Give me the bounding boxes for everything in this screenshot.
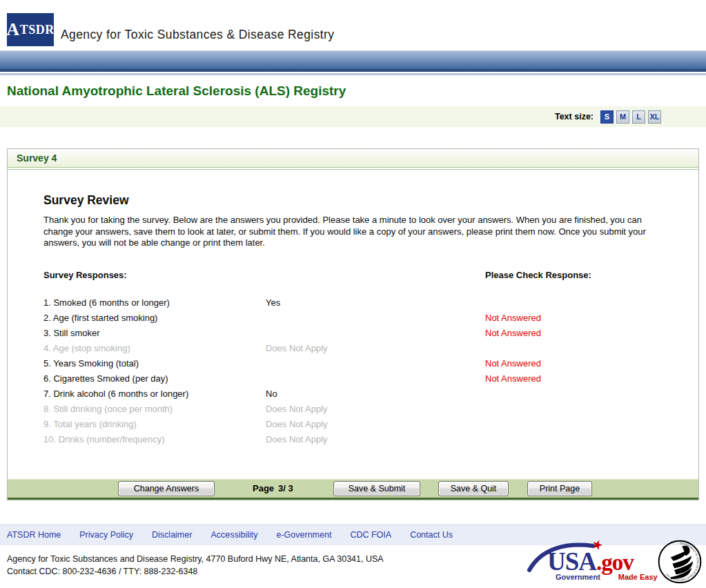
page-label: Page (253, 483, 274, 493)
response-row: 3. Still smokerNot Answered (43, 326, 667, 341)
textsize-label: Text size: (555, 112, 594, 121)
textsize-s-button[interactable]: S (600, 110, 614, 124)
response-row: 1. Smoked (6 months or longer)Yes (43, 295, 667, 311)
blue-band (0, 50, 706, 72)
survey-box: Survey 4 Survey Review Thank you for tak… (7, 148, 699, 500)
check-value: Not Answered (485, 328, 667, 338)
survey-box-title: Survey 4 (17, 153, 57, 164)
check-value: Not Answered (485, 313, 667, 323)
responses-column-header: Survey Responses: (43, 270, 485, 280)
response-row: 4. Age (stop smoking)Does Not Apply (43, 341, 667, 356)
question-label: 7. Drink alcohol (6 months or longer) (43, 389, 266, 399)
save-quit-button[interactable]: Save & Quit (438, 481, 509, 496)
footer-link-cdc-foia[interactable]: CDC FOIA (350, 530, 391, 540)
hhs-logo[interactable]: DEPARTMENT OF HEALTH & HUMAN SERVICES - … (657, 539, 703, 585)
page-title: National Amyotrophic Lateral Sclerosis (… (7, 84, 706, 99)
column-headers: Survey Responses: Please Check Response: (43, 270, 667, 280)
answer-value: Does Not Apply (266, 343, 485, 353)
question-label: 8. Still drinking (once per month) (43, 404, 266, 414)
usagov-usa-text: USA (547, 547, 596, 576)
page: ATSDR Agency for Toxic Substances & Dise… (0, 0, 706, 588)
response-row: 6. Cigarettes Smoked (per day)Not Answer… (43, 371, 667, 386)
agency-name: Agency for Toxic Substances & Disease Re… (61, 28, 334, 42)
response-row: 7. Drink alcohol (6 months or longer)No (43, 386, 667, 402)
question-label: 1. Smoked (6 months or longer) (43, 297, 266, 308)
answer-value: Does Not Apply (266, 434, 485, 444)
survey-toolbar: Change Answers Page3/ 3 Save & Submit Sa… (8, 479, 698, 500)
question-label: 9. Total years (drinking) (43, 419, 266, 429)
response-row: 5. Years Smoking (total)Not Answered (43, 356, 667, 371)
save-submit-button[interactable]: Save & Submit (333, 481, 420, 496)
response-row: 2. Age (first started smoking)Not Answer… (43, 311, 667, 326)
footer-link-privacy-policy[interactable]: Privacy Policy (79, 530, 133, 540)
usagov-logo[interactable]: ★ USA.gov GovernmentMade Easy (528, 544, 656, 582)
survey-box-content: Survey Review Thank you for taking the s… (8, 193, 698, 447)
atsdr-logo-text-first: A (6, 19, 19, 40)
atsdr-logo-text-rest: TSDR (20, 23, 55, 37)
answer-value: Yes (266, 297, 485, 308)
hhs-eagle-icon: DEPARTMENT OF HEALTH & HUMAN SERVICES - … (657, 539, 703, 585)
textsize-l-button[interactable]: L (632, 110, 645, 124)
question-label: 10. Drinks (number/frequency) (43, 434, 266, 444)
question-label: 2. Age (first started smoking) (43, 313, 266, 323)
footer-link-accessibility[interactable]: Accessibility (210, 530, 257, 540)
textsize-xl-button[interactable]: XL (648, 110, 661, 124)
response-row: 9. Total years (drinking)Does Not Apply (43, 417, 667, 432)
footer-link-contact-us[interactable]: Contact Us (410, 530, 453, 540)
atsdr-logo[interactable]: ATSDR (7, 13, 54, 46)
textsize-m-button[interactable]: M (616, 110, 629, 124)
page-value: 3/ 3 (278, 483, 293, 493)
question-label: 4. Age (stop smoking) (43, 343, 266, 353)
usagov-tagline-government: Government (556, 573, 600, 581)
survey-intro-text: Thank you for taking the survey. Below a… (43, 215, 667, 249)
answer-value: No (266, 389, 485, 399)
check-column-header: Please Check Response: (485, 270, 667, 280)
response-row: 10. Drinks (number/frequency)Does Not Ap… (43, 432, 667, 447)
usagov-dotgov-text: .gov (596, 550, 634, 575)
question-label: 5. Years Smoking (total) (43, 358, 266, 369)
usagov-tagline: GovernmentMade Easy (556, 573, 658, 581)
usagov-tagline-made-easy: Made Easy (618, 573, 658, 581)
survey-box-header-divider (8, 168, 698, 170)
check-value: Not Answered (485, 358, 667, 369)
answer-value: Does Not Apply (266, 419, 485, 429)
usagov-wordmark: USA.gov (547, 547, 634, 576)
page-indicator: Page3/ 3 (253, 480, 293, 498)
textsize-bar: Text size: S M L XL (0, 106, 706, 127)
survey-box-header: Survey 4 (8, 149, 698, 168)
change-answers-button[interactable]: Change Answers (118, 481, 215, 496)
footer-link-egovernment[interactable]: e-Government (276, 530, 331, 540)
footer-link-disclaimer[interactable]: Disclaimer (152, 530, 192, 540)
footer-link-atsdr-home[interactable]: ATSDR Home (7, 530, 61, 540)
question-label: 3. Still smoker (43, 328, 266, 338)
answer-value: Does Not Apply (266, 404, 485, 414)
site-header: ATSDR Agency for Toxic Substances & Dise… (0, 0, 706, 50)
question-label: 6. Cigarettes Smoked (per day) (43, 373, 266, 384)
responses-list: 1. Smoked (6 months or longer)Yes2. Age … (43, 295, 667, 447)
check-value: Not Answered (485, 373, 667, 384)
response-row: 8. Still drinking (once per month)Does N… (43, 402, 667, 417)
survey-review-heading: Survey Review (43, 193, 667, 208)
print-page-button[interactable]: Print Page (527, 481, 592, 496)
blue-band-strip (0, 73, 706, 75)
